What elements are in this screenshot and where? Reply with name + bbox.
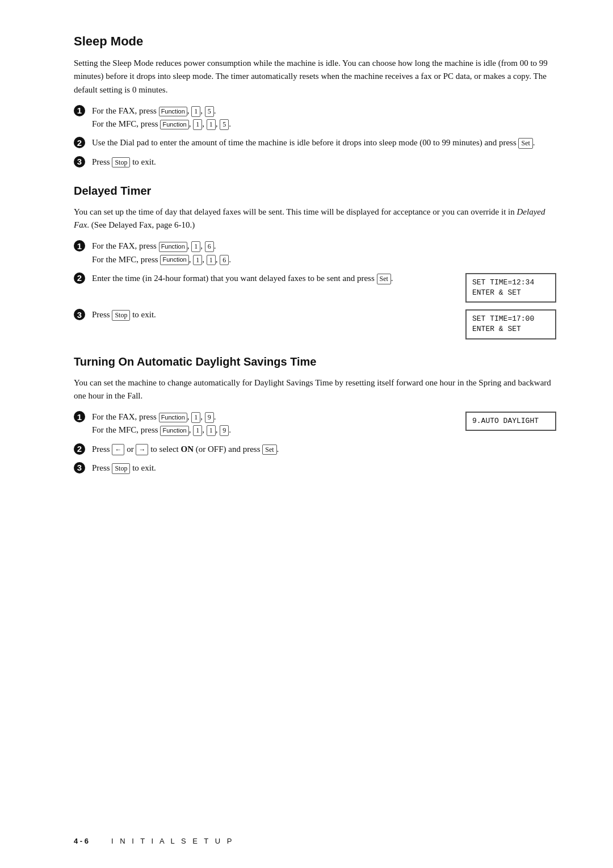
- footer-page-number: 4 - 6: [74, 837, 89, 845]
- dl-stop-key: Stop: [112, 463, 130, 474]
- dl-key-1: 1: [191, 412, 200, 423]
- sleep-step-2: 2 Use the Dial pad to enter the amount o…: [74, 136, 556, 149]
- dt-step-number-2: 2: [74, 272, 85, 284]
- dt-function-key: Function: [159, 242, 187, 251]
- section-sleep-mode: Sleep Mode Setting the Sleep Mode reduce…: [74, 34, 556, 169]
- dl-set-key: Set: [262, 445, 276, 455]
- dl-step-number-2: 2: [74, 443, 85, 455]
- function-key-2: Function: [160, 120, 188, 129]
- daylight-step-2: 2 Press ← or → to select ON (or OFF) and…: [74, 443, 556, 456]
- dl-function-key: Function: [159, 413, 187, 422]
- dt-key-6: 6: [205, 241, 214, 252]
- delayed-step-3: 3 Press Stop to exit. SET TIME=17:00 ENT…: [74, 308, 556, 339]
- set-key: Set: [518, 138, 532, 149]
- delayed-timer-steps: 1 For the FAX, press Function, 1, 6. For…: [74, 240, 556, 339]
- dt-step-number-3: 3: [74, 309, 85, 320]
- footer-section-title: I N I T I A L S E T U P: [111, 837, 234, 845]
- delayed-step-2-text: Enter the time (in 24-hour format) that …: [92, 272, 448, 285]
- dt-stop-key: Stop: [112, 310, 130, 321]
- function-key: Function: [159, 107, 187, 116]
- delayed-step-2-content: Enter the time (in 24-hour format) that …: [92, 272, 556, 303]
- dl-key-9b: 9: [220, 425, 229, 436]
- delayed-step-2: 2 Enter the time (in 24-hour format) tha…: [74, 272, 556, 303]
- section-title-delayed-timer: Delayed Timer: [74, 184, 556, 198]
- delayed-step-3-text: Press Stop to exit.: [92, 308, 448, 321]
- key-1c: 1: [207, 119, 216, 130]
- section-intro-delayed-timer: You can set up the time of day that dela…: [74, 206, 556, 232]
- section-title-sleep-mode: Sleep Mode: [74, 34, 556, 49]
- section-daylight-savings: Turning On Automatic Daylight Savings Ti…: [74, 355, 556, 475]
- delayed-step-3-content: Press Stop to exit. SET TIME=17:00 ENTER…: [92, 308, 556, 339]
- sleep-step-3-content: Press Stop to exit.: [92, 156, 556, 169]
- dt-step-number-1: 1: [74, 240, 85, 251]
- dl-key-1b: 1: [193, 425, 202, 436]
- page-footer: 4 - 6 I N I T I A L S E T U P: [0, 837, 613, 845]
- daylight-step-3: 3 Press Stop to exit.: [74, 462, 556, 475]
- sleep-step-2-content: Use the Dial pad to enter the amount of …: [92, 136, 556, 149]
- daylight-step-1-content: For the FAX, press Function, 1, 9. For t…: [92, 410, 556, 437]
- lcd-display-1: SET TIME=12:34 ENTER & SET: [465, 273, 556, 303]
- section-intro-daylight: You can set the machine to change automa…: [74, 376, 556, 403]
- page: Sleep Mode Setting the Sleep Mode reduce…: [0, 0, 613, 868]
- sleep-step-1-content: For the FAX, press Function, 1, 5. For t…: [92, 104, 556, 131]
- delayed-step-1-content: For the FAX, press Function, 1, 6. For t…: [92, 240, 556, 266]
- lcd-display-2: SET TIME=17:00 ENTER & SET: [465, 309, 556, 339]
- delayed-step-1: 1 For the FAX, press Function, 1, 6. For…: [74, 240, 556, 266]
- daylight-steps: 1 For the FAX, press Function, 1, 9. For…: [74, 410, 556, 475]
- section-title-daylight: Turning On Automatic Daylight Savings Ti…: [74, 355, 556, 368]
- sleep-step-1: 1 For the FAX, press Function, 1, 5. For…: [74, 104, 556, 131]
- dl-key-1c: 1: [207, 425, 216, 436]
- stop-key: Stop: [112, 157, 130, 168]
- dt-key-6b: 6: [220, 255, 229, 266]
- dt-set-key: Set: [377, 274, 391, 284]
- step-number-2: 2: [74, 137, 85, 148]
- key-1: 1: [191, 106, 200, 117]
- dt-key-1b: 1: [193, 255, 202, 266]
- key-1b: 1: [193, 119, 202, 130]
- daylight-step-1-text: For the FAX, press Function, 1, 9. For t…: [92, 410, 448, 437]
- key-5: 5: [205, 106, 214, 117]
- key-5b: 5: [220, 119, 229, 130]
- lcd-display-3: 9.AUTO DAYLIGHT: [465, 412, 556, 431]
- section-intro-sleep-mode: Setting the Sleep Mode reduces power con…: [74, 57, 556, 97]
- dl-step-number-1: 1: [74, 411, 85, 422]
- daylight-step-2-content: Press ← or → to select ON (or OFF) and p…: [92, 443, 556, 456]
- dl-step-number-3: 3: [74, 462, 85, 473]
- sleep-mode-steps: 1 For the FAX, press Function, 1, 5. For…: [74, 104, 556, 169]
- dl-key-9: 9: [205, 412, 214, 423]
- daylight-step-1: 1 For the FAX, press Function, 1, 9. For…: [74, 410, 556, 437]
- section-delayed-timer: Delayed Timer You can set up the time of…: [74, 184, 556, 339]
- step-number-1: 1: [74, 105, 85, 116]
- dl-function-key-2: Function: [160, 426, 188, 435]
- step-number-3: 3: [74, 156, 85, 167]
- sleep-step-3: 3 Press Stop to exit.: [74, 156, 556, 169]
- dt-function-key-2: Function: [160, 255, 188, 265]
- dt-key-1c: 1: [207, 255, 216, 266]
- dt-key-1: 1: [191, 241, 200, 252]
- daylight-step-3-content: Press Stop to exit.: [92, 462, 556, 475]
- left-arrow-key: ←: [112, 444, 124, 456]
- right-arrow-key: →: [136, 444, 148, 456]
